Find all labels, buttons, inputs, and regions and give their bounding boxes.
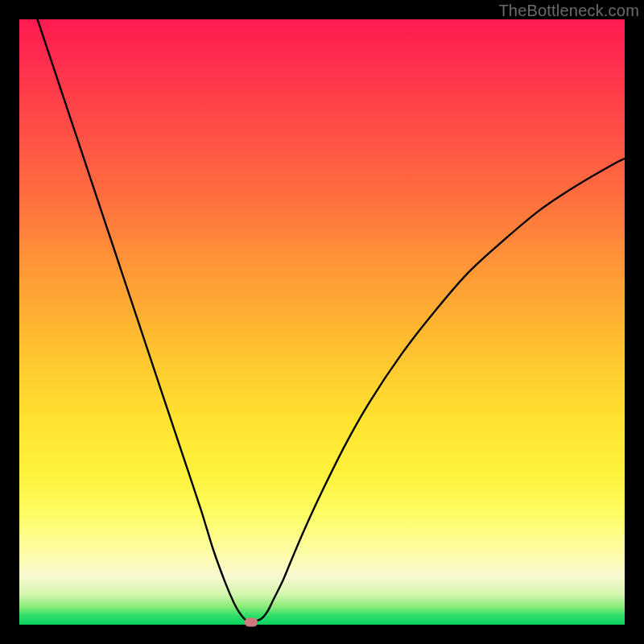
chart-frame: TheBottleneck.com [0,0,644,644]
watermark-text: TheBottleneck.com [498,2,639,20]
plot-area [19,19,625,625]
optimum-marker [245,617,258,626]
bottleneck-curve [19,19,625,625]
